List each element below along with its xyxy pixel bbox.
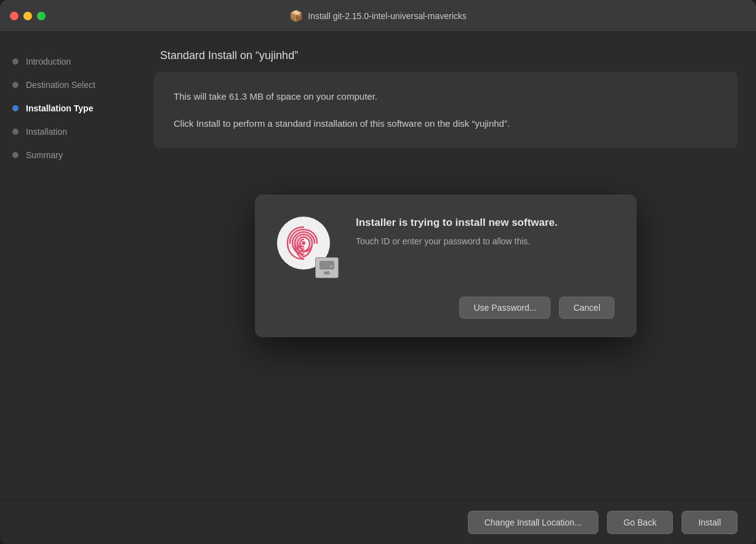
sidebar-item-installation-type[interactable]: Installation Type bbox=[0, 97, 135, 119]
minimize-button[interactable] bbox=[23, 12, 32, 20]
sidebar-dot-installation-type bbox=[12, 105, 18, 111]
right-panel: Standard Install on “yujinhd” This will … bbox=[135, 32, 756, 500]
sidebar-item-introduction[interactable]: Introduction bbox=[0, 50, 135, 73]
dialog-icon: HD bbox=[277, 217, 339, 278]
dialog-overlay: HD Installer is trying to install new so… bbox=[135, 32, 756, 500]
dialog-text-area: Installer is trying to install new softw… bbox=[356, 217, 614, 248]
sidebar-dot-summary bbox=[12, 152, 18, 158]
sidebar-label-summary: Summary bbox=[26, 150, 63, 160]
use-password-button[interactable]: Use Password... bbox=[459, 297, 550, 319]
close-button[interactable] bbox=[10, 12, 18, 20]
sidebar-dot-destination bbox=[12, 82, 18, 88]
sidebar-label-destination: Destination Select bbox=[26, 80, 95, 90]
sidebar: Introduction Destination Select Installa… bbox=[0, 32, 135, 500]
maximize-button[interactable] bbox=[37, 12, 46, 20]
go-back-button[interactable]: Go Back bbox=[607, 511, 674, 534]
sidebar-item-destination-select[interactable]: Destination Select bbox=[0, 74, 135, 96]
install-button[interactable]: Install bbox=[682, 511, 738, 534]
svg-point-1 bbox=[302, 241, 305, 245]
sidebar-dot-installation bbox=[12, 129, 18, 135]
titlebar: 📦 Install git-2.15.0-intel-universal-mav… bbox=[0, 0, 756, 32]
cancel-button[interactable]: Cancel bbox=[559, 297, 614, 319]
main-content: Introduction Destination Select Installa… bbox=[0, 32, 756, 500]
window-title: 📦 Install git-2.15.0-intel-universal-mav… bbox=[289, 9, 467, 23]
sidebar-label-introduction: Introduction bbox=[26, 57, 71, 66]
app-icon: 📦 bbox=[289, 9, 303, 23]
bottom-right-buttons: Change Install Location... Go Back Insta… bbox=[468, 511, 738, 534]
dialog-title: Installer is trying to install new softw… bbox=[356, 217, 614, 229]
traffic-lights bbox=[10, 12, 46, 20]
hard-drive-icon: HD bbox=[315, 257, 339, 278]
dialog-subtitle: Touch ID or enter your password to allow… bbox=[356, 235, 614, 248]
change-install-location-button[interactable]: Change Install Location... bbox=[468, 511, 598, 534]
installer-window: 📦 Install git-2.15.0-intel-universal-mav… bbox=[0, 0, 756, 544]
sidebar-label-installation-type: Installation Type bbox=[26, 103, 93, 113]
dialog-body: HD Installer is trying to install new so… bbox=[277, 217, 614, 278]
dialog-buttons: Use Password... Cancel bbox=[277, 297, 614, 319]
auth-dialog: HD Installer is trying to install new so… bbox=[255, 194, 637, 337]
sidebar-label-installation: Installation bbox=[26, 127, 67, 137]
sidebar-dot-introduction bbox=[12, 58, 18, 65]
sidebar-item-summary[interactable]: Summary bbox=[0, 144, 135, 166]
bottom-bar: Change Install Location... Go Back Insta… bbox=[0, 500, 756, 544]
sidebar-item-installation[interactable]: Installation bbox=[0, 121, 135, 143]
